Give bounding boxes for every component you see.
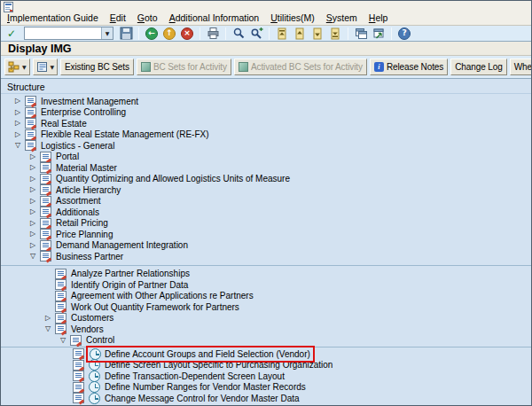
tree-row[interactable]: ▷Portal — [1, 152, 531, 163]
cancel-button[interactable]: × — [179, 26, 195, 41]
tree-row[interactable]: Work Out Quantity Framework for Partners — [1, 301, 531, 313]
tree-item-label[interactable]: Control — [86, 335, 114, 345]
release-notes-button[interactable]: i Release Notes — [370, 59, 448, 75]
menu-additional-information[interactable]: Additional Information — [169, 12, 260, 24]
expander-collapsed-icon[interactable]: ▷ — [30, 208, 35, 215]
img-activity-doc-icon[interactable] — [73, 393, 84, 403]
find-button[interactable] — [231, 26, 246, 41]
tree-item-label[interactable]: Investment Management — [41, 97, 138, 106]
expander-collapsed-icon[interactable]: ▷ — [15, 98, 20, 105]
tree-item-label[interactable]: Identify Origin of Partner Data — [71, 280, 188, 290]
expander-collapsed-icon[interactable]: ▷ — [15, 131, 20, 138]
tree-row[interactable]: ▷Investment Management — [1, 96, 531, 107]
tree-row[interactable]: ▷Article Hierarchy — [1, 184, 531, 196]
expander-collapsed-icon[interactable]: ▷ — [30, 230, 35, 238]
print-button[interactable] — [205, 26, 221, 41]
existing-bc-sets-button[interactable]: Existing BC Sets — [60, 59, 134, 75]
img-activity-icon[interactable] — [89, 371, 100, 382]
enter-button[interactable]: ✓ — [4, 26, 20, 41]
expander-expanded-icon[interactable]: ▽ — [15, 142, 20, 149]
tree-item-label[interactable]: Change Message Control for Vendor Master… — [105, 394, 300, 403]
tree-item-label[interactable]: Enterprise Controlling — [41, 107, 126, 117]
tree-item-label[interactable]: Agreement with Other Applications re Par… — [71, 291, 254, 301]
tree-item-label[interactable]: Real Estate — [41, 119, 87, 129]
expander-expanded-icon[interactable]: ▽ — [30, 253, 35, 260]
tree-item-label[interactable]: Define Account Groups and Field Selectio… — [105, 349, 310, 359]
tree-item-label[interactable]: Define Transaction-Dependent Screen Layo… — [105, 371, 285, 381]
img-activity-doc-icon[interactable] — [73, 360, 84, 371]
menu-implementation-guide[interactable]: Implementation Guide — [7, 12, 98, 24]
where-else-used-button[interactable]: Where Else Used — [510, 59, 531, 75]
img-activity-doc-icon[interactable] — [73, 371, 84, 381]
menu-utilities[interactable]: Utilities(M) — [270, 12, 315, 24]
tree-row[interactable]: Define Number Ranges for Vendor Master R… — [1, 382, 531, 394]
change-log-button[interactable]: Change Log — [450, 59, 507, 75]
tree-row[interactable]: Change Message Control for Vendor Master… — [1, 393, 531, 404]
tree-row[interactable]: ▷Material Master — [1, 162, 531, 174]
tree-row[interactable]: ▽Control — [1, 335, 531, 347]
tree-item-label[interactable]: Analyze Partner Relationships — [71, 269, 190, 278]
img-activity-doc-icon[interactable] — [73, 348, 84, 359]
expander-collapsed-icon[interactable]: ▷ — [15, 109, 20, 116]
expander-collapsed-icon[interactable]: ▷ — [45, 315, 51, 322]
tree-item-label[interactable]: Material Master — [56, 163, 117, 173]
expander-collapsed-icon[interactable]: ▷ — [30, 242, 35, 249]
tree-row[interactable]: ▷Demand Management Integration — [1, 240, 531, 252]
tree-item-label[interactable]: Flexible Real Estate Management (RE-FX) — [41, 129, 209, 139]
tree-row[interactable]: ▽Logistics - General — [1, 140, 531, 152]
tree-row[interactable]: ▷Customers — [1, 313, 531, 324]
menu-help[interactable]: Help — [369, 12, 388, 24]
expander-collapsed-icon[interactable]: ▷ — [30, 176, 35, 183]
tree-item-label[interactable]: Customers — [71, 313, 113, 323]
expander-collapsed-icon[interactable]: ▷ — [15, 120, 20, 127]
tree-row[interactable]: ▷Flexible Real Estate Management (RE-FX) — [1, 129, 531, 141]
tree-row[interactable]: ▷Retail Pricing — [1, 218, 531, 230]
find-next-button[interactable] — [248, 26, 264, 41]
expander-collapsed-icon[interactable]: ▷ — [30, 186, 35, 193]
position-dropdown-button[interactable]: ▼ — [33, 59, 59, 75]
tree-row[interactable]: Agreement with Other Applications re Par… — [1, 291, 531, 302]
command-field[interactable] — [25, 27, 101, 39]
tree-row[interactable]: ▷Enterprise Controlling — [1, 107, 531, 119]
expander-collapsed-icon[interactable]: ▷ — [30, 153, 35, 160]
tree-item-label[interactable]: Business Partner — [56, 252, 123, 262]
tree-row[interactable]: ▷Real Estate — [1, 118, 531, 129]
expander-expanded-icon[interactable]: ▽ — [60, 337, 66, 344]
next-page-button[interactable] — [309, 26, 325, 41]
tree-row[interactable]: ▷Price Planning — [1, 229, 531, 240]
tree-item-label[interactable]: Portal — [56, 152, 79, 161]
save-button[interactable] — [118, 26, 134, 41]
tree-item-label[interactable]: Vendors — [71, 324, 104, 334]
first-page-button[interactable] — [274, 26, 290, 41]
command-field-dropdown[interactable]: ▼ — [101, 27, 113, 39]
expander-collapsed-icon[interactable]: ▷ — [30, 198, 35, 205]
menu-system[interactable]: System — [326, 12, 357, 24]
tree-item-label[interactable]: Work Out Quantity Framework for Partners — [71, 302, 239, 312]
new-session-button[interactable] — [353, 26, 369, 41]
previous-page-button[interactable] — [292, 26, 308, 41]
tree-item-label[interactable]: Quantity Optimizing and Allowed Logistic… — [56, 174, 290, 183]
tree-item-label[interactable]: Define Number Ranges for Vendor Master R… — [105, 382, 306, 392]
tree-item-label[interactable]: Price Planning — [56, 230, 113, 239]
img-activity-icon[interactable] — [89, 381, 100, 393]
tree-item-label[interactable]: Demand Management Integration — [56, 240, 188, 250]
tree-row[interactable]: Define Transaction-Dependent Screen Layo… — [1, 371, 531, 382]
tree-item-label[interactable]: Additionals — [56, 207, 99, 217]
tree-item-label[interactable]: Article Hierarchy — [56, 185, 121, 195]
tree-item-label[interactable]: Retail Pricing — [56, 218, 108, 228]
menu-edit[interactable]: Edit — [110, 12, 126, 24]
img-activity-icon[interactable] — [89, 393, 100, 404]
tree-row[interactable]: Identify Origin of Partner Data — [1, 279, 531, 291]
expander-collapsed-icon[interactable]: ▷ — [30, 220, 35, 227]
tree-row[interactable]: Analyze Partner Relationships — [1, 269, 531, 280]
tree-row-define-account-groups[interactable]: Define Account Groups and Field Selectio… — [1, 348, 531, 360]
tree-item-label[interactable]: Assortment — [56, 196, 101, 206]
expander-expanded-icon[interactable]: ▽ — [45, 325, 51, 332]
create-shortcut-button[interactable] — [371, 26, 387, 41]
tree-row[interactable]: ▷Quantity Optimizing and Allowed Logisti… — [1, 174, 531, 185]
menu-goto[interactable]: Goto — [137, 12, 158, 24]
tree-row[interactable]: ▷Assortment — [1, 196, 531, 207]
back-button[interactable]: ← — [144, 26, 160, 41]
tree-item-label[interactable]: Logistics - General — [41, 141, 114, 151]
expander-collapsed-icon[interactable]: ▷ — [30, 164, 35, 171]
